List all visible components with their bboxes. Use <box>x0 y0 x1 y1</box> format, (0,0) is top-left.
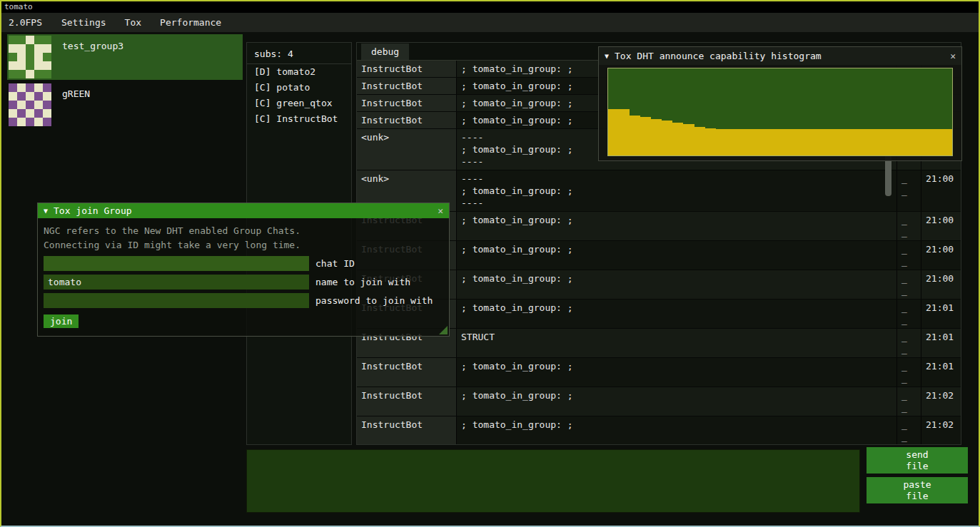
avatar-pixel <box>26 53 34 61</box>
avatar-pixel <box>26 118 34 126</box>
message-input[interactable] <box>246 449 860 513</box>
avatar-pixel <box>43 101 51 109</box>
member-item[interactable]: [C] potato <box>247 80 351 96</box>
histogram-bar <box>920 129 931 155</box>
collapse-icon[interactable]: ▼ <box>605 52 609 60</box>
histogram-bar <box>630 116 640 155</box>
avatar-pixel <box>34 101 43 109</box>
histogram-bar <box>812 129 823 155</box>
chat-sender-name: InstructBot <box>357 95 457 111</box>
avatar-pixel <box>9 83 17 92</box>
avatar-pixel <box>43 109 51 118</box>
message-line: ; tomato_in_group: ; <box>461 360 892 372</box>
message-line: ; tomato_in_group: ; <box>461 389 892 401</box>
join-field-label: chat ID <box>315 258 355 269</box>
message-line: ; tomato_in_group: ; <box>461 272 892 285</box>
histogram-bar <box>780 129 791 155</box>
avatar-pixel <box>43 53 51 61</box>
chat-message-text: ; tomato_in_group: ; <box>457 358 897 387</box>
group-name: gREEN <box>62 88 90 127</box>
resize-grip[interactable] <box>439 326 448 334</box>
histogram-bar <box>931 129 941 155</box>
avatar-pixel <box>34 109 43 118</box>
chat-sender-name: InstructBot <box>357 112 457 128</box>
histogram-bar <box>791 129 802 155</box>
join-input-name-to-join-with[interactable] <box>44 275 309 290</box>
join-button[interactable]: join <box>44 314 79 328</box>
chat-delivery-flags: _ _ <box>897 212 921 240</box>
chat-message-row[interactable]: InstructBot; tomato_in_group: ;_ _21:02 <box>357 387 961 416</box>
histogram-bar <box>748 129 759 155</box>
message-line: ---- <box>461 173 892 185</box>
avatar-pixel <box>43 36 51 44</box>
histogram-bar <box>769 129 780 155</box>
avatar-pixel <box>9 101 17 109</box>
group-item-test_group3[interactable]: test_group3 <box>7 34 243 80</box>
group-item-gREEN[interactable]: gREEN <box>7 82 243 128</box>
avatar-pixel <box>34 61 43 70</box>
close-icon[interactable]: ✕ <box>438 205 443 216</box>
avatar-pixel <box>34 70 43 78</box>
join-info-line: Connecting via ID might take a very long… <box>44 238 443 252</box>
chat-delivery-flags: _ _ <box>897 241 921 270</box>
send-file-button[interactable]: send file <box>867 447 968 474</box>
join-input-chat-ID[interactable] <box>44 256 309 271</box>
avatar-pixel <box>17 70 26 78</box>
menu-item-tox[interactable]: Tox <box>116 14 151 31</box>
chat-message-row[interactable]: InstructBot; tomato_in_group: ;_ _21:01 <box>357 358 961 387</box>
chat-sender-name: InstructBot <box>357 61 457 77</box>
message-line: ---- <box>461 197 892 209</box>
avatar-pixel <box>9 44 17 53</box>
menu-item-performance[interactable]: Performance <box>151 14 231 31</box>
join-info-text: NGC refers to the New DHT enabled Group … <box>44 224 443 252</box>
avatar-pixel <box>17 118 26 126</box>
chat-delivery-flags: _ _ <box>897 170 921 211</box>
avatar-pixel <box>26 83 34 92</box>
join-info-line: NGC refers to the New DHT enabled Group … <box>44 224 443 238</box>
chat-delivery-flags: _ _ <box>897 300 921 328</box>
histogram-bar <box>705 128 716 155</box>
avatar-pixel <box>17 101 26 109</box>
group-list: test_group3gREEN <box>7 34 243 130</box>
join-field-row: password to join with <box>44 293 443 308</box>
histogram-bar <box>909 129 920 155</box>
chat-delivery-flags: _ _ <box>897 387 921 416</box>
avatar-pixel <box>17 92 26 101</box>
member-item[interactable]: [C] InstructBot <box>247 111 351 127</box>
close-icon[interactable]: ✕ <box>950 51 956 61</box>
members-header: subs: 4 <box>247 43 351 64</box>
collapse-icon[interactable]: ▼ <box>44 207 48 215</box>
join-window-titlebar[interactable]: ▼ Tox join Group ✕ <box>38 203 449 218</box>
histogram-bar <box>727 129 737 155</box>
member-item[interactable]: [C] green_qtox <box>247 96 351 111</box>
group-avatar <box>9 83 51 126</box>
paste-file-button[interactable]: paste file <box>867 477 968 503</box>
histogram-bar <box>683 124 694 155</box>
chat-message-text: STRUCT <box>457 329 897 357</box>
avatar-pixel <box>34 44 43 53</box>
histogram-bar <box>640 117 651 155</box>
histogram-bar <box>759 129 769 155</box>
avatar-pixel <box>9 53 17 61</box>
avatar-pixel <box>34 36 43 44</box>
chat-message-text: ; tomato_in_group: ; <box>457 387 897 416</box>
histogram-window-titlebar[interactable]: ▼ Tox DHT announce capability histogram … <box>599 47 961 65</box>
histogram-bar <box>662 121 672 155</box>
avatar-pixel <box>17 83 26 92</box>
menu-item-settings[interactable]: Settings <box>52 14 116 31</box>
histogram-bar <box>855 129 866 155</box>
chat-timestamp: 21:01 <box>921 329 961 357</box>
join-input-password-to-join-with[interactable] <box>44 293 309 308</box>
member-item[interactable]: [D] tomato2 <box>247 64 351 80</box>
histogram-window-title: Tox DHT announce capability histogram <box>615 51 822 61</box>
avatar-pixel <box>26 61 34 70</box>
menu-bar: 2.0FPS SettingsToxPerformance <box>1 13 979 32</box>
chat-timestamp: 21:01 <box>921 300 961 328</box>
tab-debug[interactable]: debug <box>361 44 409 60</box>
fps-counter: 2.0FPS <box>1 17 52 28</box>
histogram-bar <box>619 109 630 155</box>
chat-message-row[interactable]: InstructBot; tomato_in_group: ;_ _21:02 <box>357 416 961 444</box>
group-avatar <box>9 36 51 78</box>
join-group-window: ▼ Tox join Group ✕ NGC refers to the New… <box>37 203 450 337</box>
chat-timestamp: 21:02 <box>921 416 961 444</box>
